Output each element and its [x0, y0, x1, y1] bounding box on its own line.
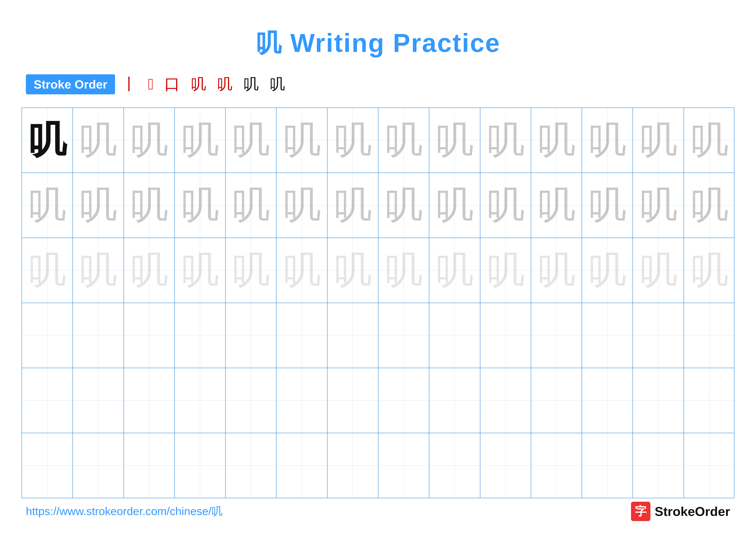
- grid-cell-2-10[interactable]: 叽: [531, 238, 582, 303]
- grid-row-4[interactable]: [22, 368, 734, 433]
- grid-cell-1-10[interactable]: 叽: [531, 173, 582, 238]
- grid-cell-3-8[interactable]: [429, 303, 480, 368]
- grid-cell-2-0[interactable]: 叽: [22, 238, 73, 303]
- grid-cell-2-4[interactable]: 叽: [226, 238, 277, 303]
- grid-row-0[interactable]: 叽叽叽叽叽叽叽叽叽叽叽叽叽叽: [22, 108, 734, 173]
- grid-row-5[interactable]: [22, 433, 734, 498]
- grid-cell-3-2[interactable]: [124, 303, 175, 368]
- grid-cell-1-12[interactable]: 叽: [633, 173, 684, 238]
- grid-cell-4-0[interactable]: [22, 368, 73, 433]
- stroke-order-section: Stroke Order 丨 𠃌 口 叽 叽 叽 叽: [0, 74, 756, 94]
- stroke-step-6: 叽: [243, 74, 259, 94]
- grid-cell-5-4[interactable]: [226, 433, 277, 498]
- grid-cell-1-0[interactable]: 叽: [22, 173, 73, 238]
- grid-cell-4-1[interactable]: [73, 368, 124, 433]
- grid-cell-1-5[interactable]: 叽: [277, 173, 327, 238]
- grid-cell-0-9[interactable]: 叽: [480, 108, 531, 172]
- grid-cell-4-4[interactable]: [226, 368, 277, 433]
- grid-cell-2-6[interactable]: 叽: [328, 238, 378, 303]
- footer: https://www.strokeorder.com/chinese/叽 字 …: [26, 502, 730, 521]
- logo-text: StrokeOrder: [655, 504, 730, 519]
- grid-cell-1-7[interactable]: 叽: [378, 173, 429, 238]
- grid-cell-2-7[interactable]: 叽: [378, 238, 429, 303]
- stroke-step-7: 叽: [270, 74, 285, 94]
- grid-cell-4-2[interactable]: [124, 368, 175, 433]
- grid-cell-4-3[interactable]: [175, 368, 226, 433]
- grid-cell-1-6[interactable]: 叽: [328, 173, 378, 238]
- grid-cell-3-11[interactable]: [582, 303, 633, 368]
- grid-cell-1-11[interactable]: 叽: [582, 173, 633, 238]
- grid-cell-1-8[interactable]: 叽: [429, 173, 480, 238]
- grid-cell-4-6[interactable]: [328, 368, 378, 433]
- grid-cell-3-9[interactable]: [480, 303, 531, 368]
- grid-cell-2-2[interactable]: 叽: [124, 238, 175, 303]
- grid-cell-0-4[interactable]: 叽: [226, 108, 277, 172]
- grid-cell-5-11[interactable]: [582, 433, 633, 498]
- stroke-step-4: 叽: [191, 74, 206, 94]
- grid-cell-2-9[interactable]: 叽: [480, 238, 531, 303]
- grid-cell-1-1[interactable]: 叽: [73, 173, 124, 238]
- grid-cell-0-13[interactable]: 叽: [684, 108, 735, 172]
- grid-cell-1-9[interactable]: 叽: [480, 173, 531, 238]
- grid-cell-4-13[interactable]: [684, 368, 735, 433]
- grid-cell-5-1[interactable]: [73, 433, 124, 498]
- stroke-step-5: 叽: [217, 74, 232, 94]
- grid-cell-4-11[interactable]: [582, 368, 633, 433]
- stroke-step-1: 丨: [122, 74, 137, 94]
- grid-cell-0-0[interactable]: 叽: [22, 108, 73, 172]
- grid-cell-3-5[interactable]: [277, 303, 327, 368]
- grid-cell-3-13[interactable]: [684, 303, 735, 368]
- grid-cell-0-3[interactable]: 叽: [175, 108, 226, 172]
- grid-cell-5-3[interactable]: [175, 433, 226, 498]
- grid-cell-0-5[interactable]: 叽: [277, 108, 327, 172]
- grid-cell-3-6[interactable]: [328, 303, 378, 368]
- grid-cell-3-1[interactable]: [73, 303, 124, 368]
- grid-cell-4-9[interactable]: [480, 368, 531, 433]
- grid-cell-5-5[interactable]: [277, 433, 327, 498]
- grid-row-1[interactable]: 叽叽叽叽叽叽叽叽叽叽叽叽叽叽: [22, 173, 734, 238]
- grid-cell-1-2[interactable]: 叽: [124, 173, 175, 238]
- grid-cell-0-12[interactable]: 叽: [633, 108, 684, 172]
- grid-cell-2-3[interactable]: 叽: [175, 238, 226, 303]
- grid-cell-3-0[interactable]: [22, 303, 73, 368]
- grid-cell-4-7[interactable]: [378, 368, 429, 433]
- grid-cell-2-12[interactable]: 叽: [633, 238, 684, 303]
- grid-cell-0-10[interactable]: 叽: [531, 108, 582, 172]
- grid-cell-3-10[interactable]: [531, 303, 582, 368]
- grid-cell-2-13[interactable]: 叽: [684, 238, 735, 303]
- grid-cell-5-7[interactable]: [378, 433, 429, 498]
- grid-cell-0-1[interactable]: 叽: [73, 108, 124, 172]
- grid-row-2[interactable]: 叽叽叽叽叽叽叽叽叽叽叽叽叽叽: [22, 238, 734, 303]
- grid-cell-5-2[interactable]: [124, 433, 175, 498]
- stroke-order-badge: Stroke Order: [26, 74, 115, 94]
- grid-cell-4-8[interactable]: [429, 368, 480, 433]
- grid-cell-5-12[interactable]: [633, 433, 684, 498]
- grid-cell-0-11[interactable]: 叽: [582, 108, 633, 172]
- grid-cell-0-2[interactable]: 叽: [124, 108, 175, 172]
- stroke-steps: 丨 𠃌 口 叽 叽 叽 叽: [122, 74, 285, 94]
- grid-cell-2-11[interactable]: 叽: [582, 238, 633, 303]
- grid-cell-2-1[interactable]: 叽: [73, 238, 124, 303]
- grid-cell-3-3[interactable]: [175, 303, 226, 368]
- grid-cell-0-7[interactable]: 叽: [378, 108, 429, 172]
- grid-cell-1-3[interactable]: 叽: [175, 173, 226, 238]
- grid-cell-5-8[interactable]: [429, 433, 480, 498]
- grid-cell-2-5[interactable]: 叽: [277, 238, 327, 303]
- grid-cell-1-13[interactable]: 叽: [684, 173, 735, 238]
- grid-cell-3-7[interactable]: [378, 303, 429, 368]
- grid-cell-4-5[interactable]: [277, 368, 327, 433]
- grid-cell-5-9[interactable]: [480, 433, 531, 498]
- grid-cell-3-12[interactable]: [633, 303, 684, 368]
- grid-cell-4-12[interactable]: [633, 368, 684, 433]
- grid-cell-0-6[interactable]: 叽: [328, 108, 378, 172]
- grid-cell-4-10[interactable]: [531, 368, 582, 433]
- grid-cell-5-10[interactable]: [531, 433, 582, 498]
- grid-row-3[interactable]: [22, 303, 734, 368]
- grid-cell-2-8[interactable]: 叽: [429, 238, 480, 303]
- grid-cell-5-13[interactable]: [684, 433, 735, 498]
- grid-cell-3-4[interactable]: [226, 303, 277, 368]
- grid-cell-0-8[interactable]: 叽: [429, 108, 480, 172]
- grid-cell-5-6[interactable]: [328, 433, 378, 498]
- grid-cell-1-4[interactable]: 叽: [226, 173, 277, 238]
- grid-cell-5-0[interactable]: [22, 433, 73, 498]
